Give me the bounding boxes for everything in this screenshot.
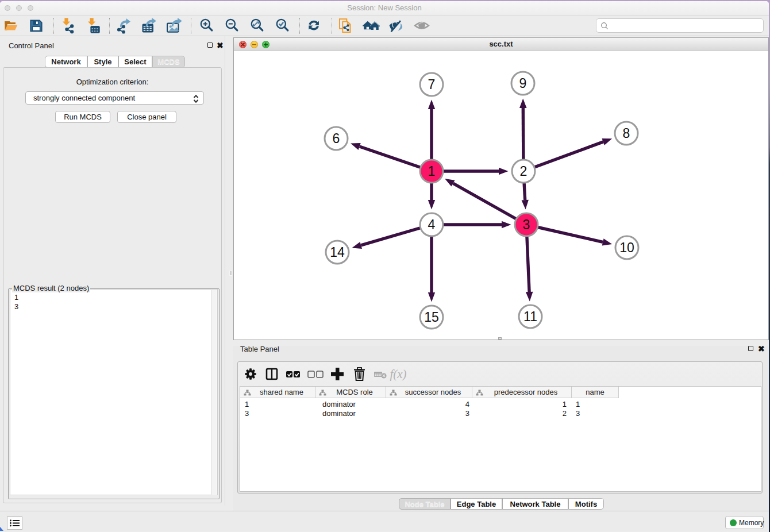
svg-text:10: 10 — [619, 240, 634, 255]
svg-text:2: 2 — [520, 164, 528, 179]
svg-text:f(x): f(x) — [390, 367, 406, 381]
svg-text:15: 15 — [424, 310, 439, 325]
svg-text:9: 9 — [519, 76, 527, 91]
svg-text:7: 7 — [428, 77, 436, 92]
svg-text:3: 3 — [523, 217, 530, 232]
svg-text:4: 4 — [428, 217, 436, 232]
svg-text:6: 6 — [333, 131, 340, 146]
svg-text:8: 8 — [623, 126, 630, 141]
svg-text:1: 1 — [428, 164, 436, 179]
svg-text:11: 11 — [523, 309, 537, 324]
svg-text:14: 14 — [330, 245, 345, 260]
